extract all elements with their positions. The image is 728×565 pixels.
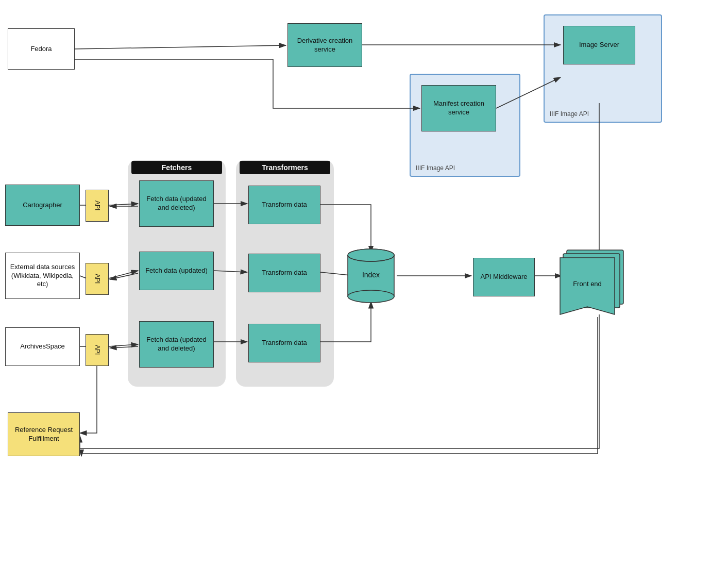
front-end: Front end [559,247,631,322]
iiif-inner-label: IIIF Image API [416,164,455,172]
manifest-creation-box: Manifest creation service [421,85,496,131]
svg-point-23 [348,249,394,261]
transform-external: Transform data [248,254,320,292]
reference-request-box: Reference Request Fulfillment [8,412,80,456]
fetch-archives: Fetch data (updated and deleted) [139,321,214,368]
diagram-container: IIIF Image API IIIF Image API Fetchers T… [0,0,728,565]
fedora-box: Fedora [8,28,75,70]
svg-text:Index: Index [362,271,380,279]
image-server-box: Image Server [563,26,635,64]
fetch-external: Fetch data (updated) [139,252,214,290]
api-archives: API [86,334,109,366]
transformers-header: Transformers [240,161,330,174]
api-middleware-box: API Middleware [473,258,535,296]
fetchers-header: Fetchers [131,161,222,174]
api-cartographer: API [86,190,109,222]
index-cylinder: Index [345,245,397,307]
api-external: API [86,263,109,295]
svg-text:Front end: Front end [573,280,602,288]
iiif-outer-label: IIIF Image API [550,110,589,118]
derivative-creation-box: Derivative creation service [287,23,362,67]
transform-archives: Transform data [248,324,320,362]
svg-point-22 [348,290,394,303]
archivesspace-box: ArchivesSpace [5,327,80,366]
cartographer-box: Cartographer [5,185,80,226]
fetch-cartographer: Fetch data (updated and deleted) [139,180,214,227]
transform-cartographer: Transform data [248,186,320,224]
svg-line-2 [75,45,286,49]
external-data-box: External data sources (Wikidata, Wikiped… [5,253,80,299]
